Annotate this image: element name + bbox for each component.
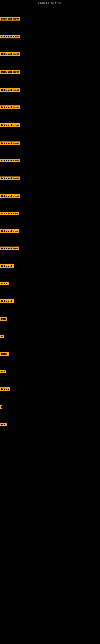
site-title: TheBottlenecker.com <box>0 0 100 6</box>
bottleneck-result-item[interactable]: Bottl <box>0 317 7 322</box>
bottleneck-result-item[interactable]: | <box>0 405 2 410</box>
bottleneck-result-item[interactable]: Bott <box>0 422 7 427</box>
bottleneck-badge: Bottleneck result <box>0 142 20 145</box>
bottleneck-result-item[interactable]: Bottleneck result <box>0 106 20 110</box>
bottleneck-badge: Bottleneck resu <box>0 212 19 215</box>
bottleneck-badge: Bottler <box>0 282 9 285</box>
bottleneck-result-item[interactable]: Bottleneck result <box>0 159 20 163</box>
bottleneck-badge: Bottlen <box>0 388 10 391</box>
bottleneck-badge: Bottleneck result <box>0 159 20 162</box>
bottleneck-badge: Bottleneck result <box>0 35 20 38</box>
bottleneck-result-item[interactable]: Bottleneck resu <box>0 246 19 251</box>
bottleneck-result-item[interactable]: Bottleneck result <box>0 88 20 92</box>
bottleneck-result-item[interactable]: Bottleneck result <box>0 70 20 74</box>
bottleneck-badge: Bottleneck resu <box>0 229 19 233</box>
bottleneck-result-item[interactable]: Bottleneck result <box>0 142 20 146</box>
bottleneck-result-item[interactable]: Bottler <box>0 282 9 286</box>
bottleneck-badge: Bottleneck result <box>0 88 20 92</box>
bottleneck-badge: Bottleneck resu <box>0 246 19 250</box>
bottleneck-result-item[interactable]: Bottlen <box>0 388 10 392</box>
bottleneck-badge: Bottleneck result <box>0 70 20 74</box>
bottleneck-badge: Bottleneck result <box>0 106 20 109</box>
bottleneck-badge: Bottleneck result <box>0 194 20 198</box>
bottleneck-badge: Bottleneck result <box>0 52 20 56</box>
bottleneck-badge: Bott <box>0 422 7 426</box>
bottleneck-badge: Bottleneck result <box>0 123 20 127</box>
bottleneck-result-item[interactable]: Bottleneck resu <box>0 229 19 234</box>
bottleneck-badge: Bottleneck <box>0 264 14 268</box>
bottleneck-result-item[interactable]: Bottleneck result <box>0 194 20 199</box>
bottleneck-result-item[interactable]: Bottleneck resu <box>0 212 19 216</box>
bottleneck-result-item[interactable]: Bottleneck <box>0 264 14 269</box>
bottleneck-badge: Bot <box>0 370 6 373</box>
bottleneck-result-item[interactable]: B <box>0 335 3 339</box>
bottleneck-badge: Bottl <box>0 317 7 320</box>
bottleneck-result-item[interactable]: Bottleneck result <box>0 52 20 56</box>
bottleneck-result-item[interactable]: Bot <box>0 370 6 374</box>
bottleneck-result-item[interactable]: Bottleneck result <box>0 123 20 128</box>
bottleneck-result-item[interactable]: Bottleneck result <box>0 176 20 181</box>
bottleneck-badge: Bottleneck result <box>0 17 20 20</box>
bottleneck-badge: Bottle <box>0 352 9 356</box>
bottleneck-badge: Bottleneck result <box>0 176 20 180</box>
bottleneck-badge: | <box>0 405 2 409</box>
bottleneck-result-item[interactable]: Bottleneck result <box>0 35 20 39</box>
bottleneck-badge: Bottleneck <box>0 299 14 303</box>
bottleneck-badge: B <box>0 335 3 338</box>
bottleneck-result-item[interactable]: Bottleneck result <box>0 17 20 21</box>
bottleneck-result-item[interactable]: Bottle <box>0 352 9 356</box>
bottleneck-result-item[interactable]: Bottleneck <box>0 299 14 304</box>
